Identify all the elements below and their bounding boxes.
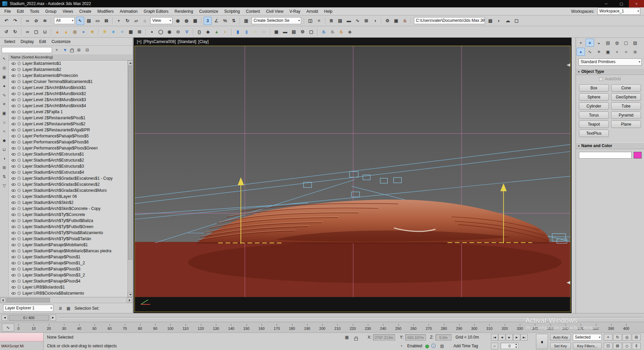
layer-row[interactable]: Layer:URB$Bolardos$1 <box>9 284 127 290</box>
freeze-toggle-icon[interactable] <box>17 231 21 234</box>
horizontal-scrollbar[interactable] <box>0 297 132 303</box>
explorer-menu-customize[interactable]: Customize <box>49 38 73 45</box>
key-filters-button[interactable]: Key Filters... <box>573 343 602 349</box>
freeze-toggle-icon[interactable] <box>17 171 21 174</box>
named-selection-sets-dropdown[interactable]: Create Selection Se <box>252 17 301 24</box>
layer-row[interactable]: Layer:Stadium$Paisaje$Mobiliario$Bancas … <box>9 248 127 254</box>
torus-tool-icon[interactable]: ◎ <box>71 28 79 36</box>
create-geosphere-button[interactable]: GeoSphere <box>611 93 641 101</box>
display-containers-icon[interactable]: ⊔ <box>1 146 8 152</box>
layer-row[interactable]: Layer:Performance$Paisaje$Pisos$6 <box>9 139 127 145</box>
create-box-button[interactable]: Box <box>579 84 609 92</box>
keyboard-entry-icon[interactable]: ▤ <box>439 343 445 349</box>
project-folder-dropdown[interactable]: C:\Users\valer\Documents\3ds Max 2022 <box>414 17 485 24</box>
object-name-input[interactable] <box>579 152 632 159</box>
visibility-eye-icon[interactable] <box>11 225 16 229</box>
filter-combinations-icon[interactable]: ▽ <box>1 183 8 189</box>
eye-display-icon[interactable]: ◉ <box>165 28 173 36</box>
create-pyramid-button[interactable]: Pyramid <box>611 112 641 119</box>
selection-lock-toggle[interactable] <box>354 338 358 341</box>
visibility-eye-icon[interactable] <box>11 116 16 120</box>
freeze-toggle-icon[interactable] <box>17 249 21 253</box>
freeze-toggle-icon[interactable] <box>17 292 21 295</box>
menu-item-create[interactable]: Create <box>76 8 94 15</box>
viewport-shading-menu[interactable]: [Standard] <box>178 39 196 44</box>
freeze-toggle-icon[interactable] <box>17 74 21 77</box>
layer-row[interactable]: Layer:Level 2$Restaurante$Viga$IPR <box>9 127 127 133</box>
explorer-menu-edit[interactable]: Edit <box>37 38 49 45</box>
visibility-eye-icon[interactable] <box>11 104 16 108</box>
freeze-toggle-icon[interactable] <box>17 92 21 95</box>
visibility-eye-icon[interactable] <box>11 237 16 241</box>
freeze-toggle-icon[interactable] <box>17 237 21 240</box>
timeline-tick[interactable]: 160 <box>259 326 265 331</box>
timeline-tick[interactable]: 170 <box>274 326 280 331</box>
layer-row[interactable]: Layer:Level 2$Restaurante$Piso$1 <box>9 115 127 121</box>
freeze-toggle-icon[interactable] <box>17 225 21 228</box>
hscrollbar-thumb[interactable] <box>6 298 50 302</box>
visibility-eye-icon[interactable] <box>11 128 16 132</box>
zoom-region-icon[interactable]: ⊠ <box>613 343 622 349</box>
unlink-selection-icon[interactable]: ⊘ <box>32 17 40 25</box>
timeline-tick[interactable]: 220 <box>350 326 356 331</box>
spacewarps-category[interactable]: ≈ <box>622 48 630 56</box>
timeline-tick[interactable]: 100 <box>167 326 173 331</box>
layer-row[interactable]: Layer:Balizamiento$Protección <box>9 73 127 79</box>
explorer-menu-select[interactable]: Select <box>1 38 18 45</box>
go-to-end-button[interactable]: ▶| <box>521 334 528 341</box>
x-coordinate-field[interactable]: 2797.213m <box>373 334 395 341</box>
timeline-tick[interactable]: 210 <box>334 326 340 331</box>
layer-row[interactable]: Layer:Level 2$Archh$Muro$brick$2 <box>9 91 127 97</box>
helpers-category[interactable]: + <box>613 48 621 56</box>
layer-row[interactable]: Layer:Performance$Paisaje$Pisos$5 <box>9 133 127 139</box>
mirror-icon[interactable]: ◫ <box>306 17 314 25</box>
vertical-scrollbar[interactable] <box>127 60 132 297</box>
render-setup-icon[interactable]: ⚙ <box>383 17 391 25</box>
timeline-tick[interactable]: 120 <box>198 326 204 331</box>
sort-order-icon[interactable]: ⇅ <box>1 174 8 180</box>
visibility-eye-icon[interactable] <box>11 249 16 253</box>
corona-render-icon[interactable]: ♨ <box>337 28 345 36</box>
primitive-category-dropdown[interactable]: Standard Primitives <box>579 58 642 65</box>
open-in-cloud-icon[interactable]: ☁ <box>504 17 512 25</box>
freeze-toggle-icon[interactable] <box>17 267 21 271</box>
display-spacewarps-icon[interactable]: ≈ <box>1 128 8 134</box>
render-last-icon[interactable]: ◆ <box>346 28 354 36</box>
z-coordinate-field[interactable]: 0.0m <box>435 334 451 341</box>
display-materials-icon[interactable]: ◑ <box>1 156 8 162</box>
select-and-link-icon[interactable]: ∞ <box>23 17 32 25</box>
pyramid-tool-icon[interactable]: ▲ <box>62 28 70 36</box>
next-frame-button[interactable]: ▶ <box>513 334 520 341</box>
menu-item-tools[interactable]: Tools <box>27 8 42 15</box>
explorer-sync-selection-icon[interactable]: ▦ <box>65 305 72 311</box>
layer-row[interactable]: Layer:Stadium$Paisaje$Pisos$3_2 <box>9 272 127 278</box>
layer-row[interactable]: Layer:Stadium$Arch$Estructura$4 <box>9 169 127 175</box>
visibility-eye-icon[interactable] <box>11 152 16 156</box>
visibility-eye-icon[interactable] <box>11 158 16 162</box>
redo-icon[interactable]: ↷ <box>11 17 19 25</box>
visibility-eye-icon[interactable] <box>11 213 16 217</box>
sphere-tool-icon[interactable]: ● <box>79 28 88 36</box>
select-by-name-icon[interactable]: ▤ <box>85 17 93 25</box>
layer-row[interactable]: Layer:Stadium$Arch$Estructura$2 <box>9 157 127 163</box>
vray-toolbar-icon[interactable]: V <box>183 28 191 36</box>
explorer-menu-display[interactable]: Display <box>18 38 36 45</box>
freeze-toggle-icon[interactable] <box>17 104 21 107</box>
visibility-eye-icon[interactable] <box>11 61 16 65</box>
macro-recorder-line[interactable] <box>0 333 43 342</box>
script-braces-icon[interactable]: {} <box>195 28 203 36</box>
visibility-eye-icon[interactable] <box>11 86 16 90</box>
expand-hierarchy-icon[interactable]: ⊞ <box>75 47 82 53</box>
populate-walk-icon[interactable]: ▮ <box>234 28 242 36</box>
scroll-down-arrow[interactable] <box>128 292 132 297</box>
use-pivot-point-center-icon[interactable]: ◉ <box>174 17 182 25</box>
reference-coordinate-system-dropdown[interactable]: View <box>150 17 172 24</box>
create-cone-button[interactable]: Cone <box>611 84 641 92</box>
spinner-snap-toggle-icon[interactable]: ⇅ <box>230 17 238 25</box>
freeze-toggle-icon[interactable] <box>17 255 21 259</box>
freeze-toggle-icon[interactable] <box>17 86 21 89</box>
collapse-hierarchy-icon[interactable]: ⊟ <box>84 47 91 53</box>
current-frame-field[interactable]: 0 <box>500 343 519 349</box>
visibility-eye-icon[interactable] <box>11 80 16 84</box>
timeline-tick[interactable]: 130 <box>213 326 219 331</box>
